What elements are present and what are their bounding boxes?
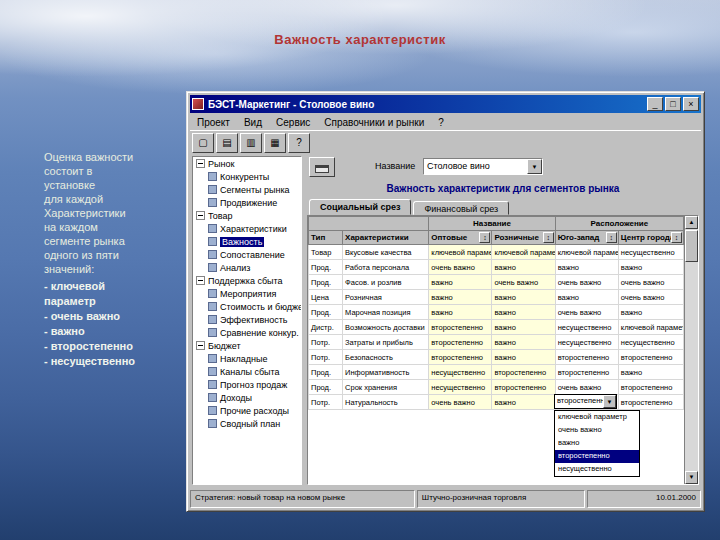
table-row[interactable]: Товар Вкусовые качества ключевой парамет… bbox=[309, 245, 684, 260]
tree-item[interactable]: Стоимость и бюджет bbox=[193, 300, 301, 313]
sort-button[interactable]: ↕ bbox=[606, 232, 617, 243]
tree-item[interactable]: Продвижение bbox=[193, 196, 301, 209]
table-row[interactable]: Прод. Срок хранения несущественно второс… bbox=[309, 380, 684, 395]
cell-importance[interactable]: важно bbox=[492, 350, 555, 365]
cell-importance[interactable]: важно bbox=[618, 305, 683, 320]
sort-button[interactable]: ↕ bbox=[543, 232, 554, 243]
cell-importance[interactable]: второстепенно bbox=[429, 320, 492, 335]
menu-item[interactable]: Вид bbox=[237, 116, 269, 129]
cell-importance[interactable]: второстепенно bbox=[492, 380, 555, 395]
dropdown-option[interactable]: второстепенно bbox=[555, 450, 639, 463]
tree-item[interactable]: Бюджет bbox=[193, 339, 301, 352]
tree-item[interactable]: Рынок bbox=[193, 157, 301, 170]
name-combo[interactable]: Столовое вино ▼ bbox=[423, 158, 543, 175]
vertical-scrollbar[interactable]: ▲ ▼ bbox=[684, 216, 698, 484]
cell-importance[interactable]: очень важно bbox=[618, 290, 683, 305]
tree-item[interactable]: Сопоставление bbox=[193, 248, 301, 261]
cell-importance[interactable]: очень важно bbox=[618, 275, 683, 290]
dropdown-option[interactable]: очень важно bbox=[555, 424, 639, 437]
minimize-button[interactable]: _ bbox=[647, 97, 663, 111]
cell-importance[interactable]: важно bbox=[492, 320, 555, 335]
name-combo-dropdown-button[interactable]: ▼ bbox=[527, 159, 542, 174]
cell-importance[interactable]: важно bbox=[492, 395, 555, 410]
cell-importance[interactable]: важно bbox=[492, 335, 555, 350]
cell-importance[interactable]: ключевой параметр bbox=[618, 320, 683, 335]
tree-item[interactable]: Прочие расходы bbox=[193, 404, 301, 417]
cell-importance[interactable]: несущественно bbox=[555, 335, 618, 350]
table-row[interactable]: Потр. Натуральность очень важно важно вт… bbox=[309, 395, 684, 410]
tree-item[interactable]: Сводный план bbox=[193, 417, 301, 430]
cell-importance[interactable]: второстепенно bbox=[492, 365, 555, 380]
cell-importance[interactable]: несущественно bbox=[618, 335, 683, 350]
maximize-button[interactable]: □ bbox=[665, 97, 681, 111]
cell-importance[interactable]: второстепенно bbox=[618, 380, 683, 395]
toolbar-button[interactable]: ? bbox=[288, 133, 310, 153]
sort-button[interactable]: ↕ bbox=[479, 232, 490, 243]
importance-combo[interactable]: второстепенно ▼ bbox=[554, 394, 617, 409]
cell-importance[interactable]: второстепенно bbox=[429, 350, 492, 365]
cell-importance[interactable]: очень важно bbox=[429, 395, 492, 410]
print-button[interactable] bbox=[309, 157, 335, 177]
cell-importance[interactable]: важно bbox=[492, 290, 555, 305]
table-row[interactable]: Дистр. Возможность доставки второстепенн… bbox=[309, 320, 684, 335]
cell-importance[interactable]: важно bbox=[618, 260, 683, 275]
tab[interactable]: Финансовый срез bbox=[413, 201, 509, 215]
importance-combo-dropdown-button[interactable]: ▼ bbox=[603, 395, 616, 408]
menu-item[interactable]: Сервис bbox=[269, 116, 317, 129]
scroll-down-button[interactable]: ▼ bbox=[685, 471, 698, 484]
tree-item[interactable]: Характеристики bbox=[193, 222, 301, 235]
table-row[interactable]: Прод. Марочная позиция важно важно очень… bbox=[309, 305, 684, 320]
tree-item[interactable]: Поддержка сбыта bbox=[193, 274, 301, 287]
tree-item[interactable]: Прогноз продаж bbox=[193, 378, 301, 391]
tree-item[interactable]: Мероприятия bbox=[193, 287, 301, 300]
close-button[interactable]: × bbox=[683, 97, 699, 111]
toolbar-button[interactable]: ▢ bbox=[192, 133, 214, 153]
cell-importance[interactable]: очень важно bbox=[492, 275, 555, 290]
toolbar-button[interactable]: ▦ bbox=[264, 133, 286, 153]
scroll-up-button[interactable]: ▲ bbox=[685, 216, 698, 229]
table-row[interactable]: Прод. Работа персонала очень важно важно… bbox=[309, 260, 684, 275]
tree-item[interactable]: Анализ bbox=[193, 261, 301, 274]
cell-importance[interactable]: важно bbox=[555, 290, 618, 305]
tree-item[interactable]: Эффективность bbox=[193, 313, 301, 326]
cell-importance[interactable]: очень важно bbox=[429, 260, 492, 275]
tree-item[interactable]: Конкуренты bbox=[193, 170, 301, 183]
tab[interactable]: Социальный срез bbox=[309, 199, 411, 215]
menu-item[interactable]: Проект bbox=[190, 116, 237, 129]
cell-importance[interactable]: несущественно bbox=[555, 320, 618, 335]
cell-importance[interactable]: несущественно bbox=[429, 365, 492, 380]
tree-item[interactable]: Доходы bbox=[193, 391, 301, 404]
window-titlebar[interactable]: БЭСТ-Маркетинг - Столовое вино _ □ × bbox=[190, 95, 701, 113]
cell-importance[interactable]: несущественно bbox=[618, 245, 683, 260]
cell-importance[interactable]: ключевой параметр bbox=[555, 245, 618, 260]
cell-importance[interactable]: несущественно bbox=[429, 380, 492, 395]
cell-importance[interactable]: второстепенно bbox=[618, 395, 683, 410]
cell-importance[interactable]: важно bbox=[429, 290, 492, 305]
tree-item[interactable]: Важность bbox=[193, 235, 301, 248]
dropdown-option[interactable]: несущественно bbox=[555, 463, 639, 476]
cell-importance[interactable]: важно bbox=[492, 260, 555, 275]
cell-importance[interactable]: ключевой параметр bbox=[429, 245, 492, 260]
sort-button[interactable]: ↕ bbox=[671, 232, 682, 243]
table-row[interactable]: Потр. Безопасность второстепенно важно в… bbox=[309, 350, 684, 365]
toolbar-button[interactable]: ▤ bbox=[216, 133, 238, 153]
tree-item[interactable]: Сравнение конкур. bbox=[193, 326, 301, 339]
tree-item[interactable]: Каналы сбыта bbox=[193, 365, 301, 378]
cell-importance[interactable]: второстепенно bbox=[429, 335, 492, 350]
cell-importance[interactable]: очень важно bbox=[555, 305, 618, 320]
cell-importance[interactable]: второстепенно bbox=[618, 350, 683, 365]
menu-item[interactable]: Справочники и рынки bbox=[317, 116, 431, 129]
cell-importance[interactable]: второстепенно bbox=[555, 365, 618, 380]
tree-item[interactable]: Сегменты рынка bbox=[193, 183, 301, 196]
tree-item[interactable]: Накладные bbox=[193, 352, 301, 365]
dropdown-option[interactable]: важно bbox=[555, 437, 639, 450]
table-row[interactable]: Цена Розничная важно важно важно очень в… bbox=[309, 290, 684, 305]
cell-importance[interactable]: важно bbox=[492, 305, 555, 320]
scrollbar-thumb[interactable] bbox=[685, 230, 698, 262]
tree-item[interactable]: Товар bbox=[193, 209, 301, 222]
cell-importance[interactable]: очень важно bbox=[555, 380, 618, 395]
cell-importance[interactable]: важно bbox=[555, 260, 618, 275]
dropdown-option[interactable]: ключевой параметр bbox=[555, 411, 639, 424]
cell-importance[interactable]: важно bbox=[429, 275, 492, 290]
table-row[interactable]: Прод. Фасов. и розлив важно очень важно … bbox=[309, 275, 684, 290]
